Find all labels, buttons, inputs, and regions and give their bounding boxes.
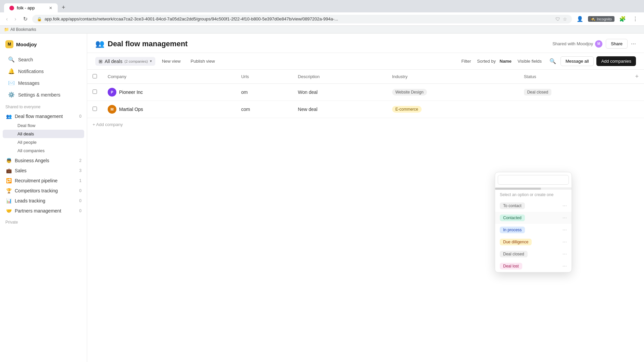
incognito-label: Incognito (597, 17, 612, 21)
sidebar-sub-all-companies[interactable]: All companies (3, 146, 84, 155)
group-count: 0 (79, 114, 82, 119)
dropdown-option-contacted[interactable]: Contacted ··· (495, 212, 572, 224)
dropdown-option-to-contact[interactable]: To contact ··· (495, 200, 572, 212)
sales-name: Sales (15, 168, 76, 173)
visible-fields-button[interactable]: Visible fields (514, 57, 545, 65)
filter-button[interactable]: Filter (458, 57, 474, 65)
status-column-header: Status (519, 70, 630, 84)
group-name: Deal flow management (15, 114, 76, 119)
share-button[interactable]: Share (606, 39, 628, 49)
leads-icon: 📊 (5, 198, 12, 203)
publish-view-button[interactable]: Publish view (187, 57, 218, 65)
status-cell[interactable]: Deal closed (519, 84, 630, 101)
partners-icon: 🤝 (5, 208, 12, 214)
option-more-icon[interactable]: ··· (562, 203, 567, 209)
industry-cell[interactable]: E-commerce (387, 101, 519, 118)
browser-actions: 👤 🕵 Incognito 🧩 ⋮ (575, 14, 640, 23)
option-more-icon[interactable]: ··· (562, 263, 567, 269)
row-checkbox-cell[interactable] (87, 101, 102, 118)
group-sales[interactable]: 💼 Sales 3 (0, 166, 87, 176)
partners-count: 0 (79, 208, 82, 213)
option-more-icon[interactable]: ··· (562, 215, 567, 221)
option-more-icon[interactable]: ··· (562, 239, 567, 245)
new-tab-button[interactable]: + (59, 3, 68, 12)
sidebar-item-settings[interactable]: ⚙️ Settings & members (3, 89, 84, 101)
more-options-button[interactable]: ··· (631, 40, 636, 47)
group-partners[interactable]: 🤝 Partners management 0 (0, 206, 87, 216)
sidebar-search-label: Search (18, 57, 33, 62)
bookmarks-folder-icon: 📁 (4, 27, 9, 32)
checkbox-column-header[interactable] (87, 70, 102, 84)
option-label-contacted: Contacted (500, 215, 525, 221)
add-column-button[interactable]: + (630, 70, 644, 84)
dropdown-option-due-diligence[interactable]: Due dilligence ··· (495, 236, 572, 248)
industry-cell[interactable]: Website Design (387, 84, 519, 101)
address-bar[interactable]: 🔒 🛡 ☆ (32, 15, 572, 23)
group-deal-flow-management-header[interactable]: 👥 Deal flow management 0 (0, 111, 87, 121)
sidebar-sub-all-deals[interactable]: All deals (3, 130, 84, 138)
forward-button[interactable]: › (12, 15, 18, 23)
option-label-due-diligence: Due dilligence (500, 239, 532, 245)
sidebar-settings-label: Settings & members (18, 92, 60, 98)
status-cell-active[interactable] (519, 101, 630, 118)
new-view-button[interactable]: New view (159, 57, 184, 65)
option-label-deal-lost: Deal lost (500, 263, 522, 269)
dropdown-option-in-process[interactable]: In process ··· (495, 224, 572, 236)
dropdown-scrollbar[interactable] (495, 188, 572, 190)
group-leads[interactable]: 📊 Leads tracking 0 (0, 196, 87, 206)
extensions-button[interactable]: 🧩 (617, 14, 628, 23)
company-cell[interactable]: M Martial Ops (102, 101, 236, 118)
profile-button[interactable]: 👤 (575, 14, 585, 23)
sidebar-sub-deal-flow[interactable]: Deal flow (3, 121, 84, 130)
select-all-checkbox[interactable] (93, 74, 97, 78)
dropdown-option-deal-closed[interactable]: Deal closed ··· (495, 248, 572, 260)
group-recruitment[interactable]: 🔁 Recruitment pipeline 1 (0, 176, 87, 186)
app-container: M Moodjoy 🔍 Search 🔔 Notifications ✉️ Me… (0, 34, 644, 362)
option-more-icon[interactable]: ··· (562, 227, 567, 233)
sidebar-item-search[interactable]: 🔍 Search (3, 54, 84, 65)
leads-count: 0 (79, 198, 82, 203)
message-all-button[interactable]: Message all (560, 56, 594, 66)
active-tab[interactable]: folk - app ✕ (4, 3, 58, 12)
brand-icon: M (5, 40, 13, 48)
main-header: 👥 Deal flow management Shared with Moodj… (87, 34, 644, 53)
tab-close-button[interactable]: ✕ (49, 6, 52, 10)
recruitment-count: 1 (79, 178, 82, 183)
shared-with-label: Shared with Moodjoy (552, 41, 593, 46)
table-search-button[interactable]: 🔍 (548, 56, 558, 66)
row-checkbox[interactable] (93, 107, 97, 111)
view-selector[interactable]: ⊞ All deals (2 companies) ▾ (95, 57, 155, 66)
company-cell[interactable]: P Pioneer Inc (102, 84, 236, 101)
competitors-icon: 🏆 (5, 188, 12, 193)
sidebar-item-notifications[interactable]: 🔔 Notifications (3, 65, 84, 77)
add-companies-button[interactable]: Add companies (596, 56, 636, 66)
browser-menu-button[interactable]: ⋮ (631, 14, 640, 23)
view-label: All deals (105, 59, 122, 64)
private-label: Private (0, 216, 87, 226)
group-business-angels[interactable]: 👼 Business Angels 2 (0, 156, 87, 166)
row-checkbox[interactable] (93, 89, 97, 94)
back-button[interactable]: ‹ (4, 15, 10, 23)
status-badge: Deal closed (524, 89, 552, 96)
extra-cell (630, 101, 644, 118)
dropdown-search-input[interactable] (498, 175, 569, 185)
status-dropdown[interactable]: Select an option or create one To contac… (495, 172, 572, 273)
competitors-count: 0 (79, 188, 82, 193)
urls-cell: om (236, 84, 292, 101)
option-more-icon[interactable]: ··· (562, 251, 567, 257)
angels-icon: 👼 (5, 158, 12, 163)
page-title-icon: 👥 (95, 40, 104, 48)
row-checkbox-cell[interactable] (87, 84, 102, 101)
company-name: Pioneer Inc (119, 89, 143, 95)
sidebar-item-messages[interactable]: ✉️ Messages (3, 77, 84, 89)
url-input[interactable] (45, 16, 553, 21)
add-company-row[interactable]: + Add company (87, 118, 644, 131)
industry-tag: E-commerce (392, 106, 422, 113)
reload-button[interactable]: ↻ (21, 14, 30, 23)
all-people-label: All people (17, 140, 37, 145)
bell-icon: 🔔 (8, 68, 15, 74)
group-competitors[interactable]: 🏆 Competitors tracking 0 (0, 186, 87, 196)
dropdown-option-deal-lost[interactable]: Deal lost ··· (495, 260, 572, 272)
sidebar-sub-all-people[interactable]: All people (3, 138, 84, 146)
sorted-by-value: Name (500, 59, 512, 64)
